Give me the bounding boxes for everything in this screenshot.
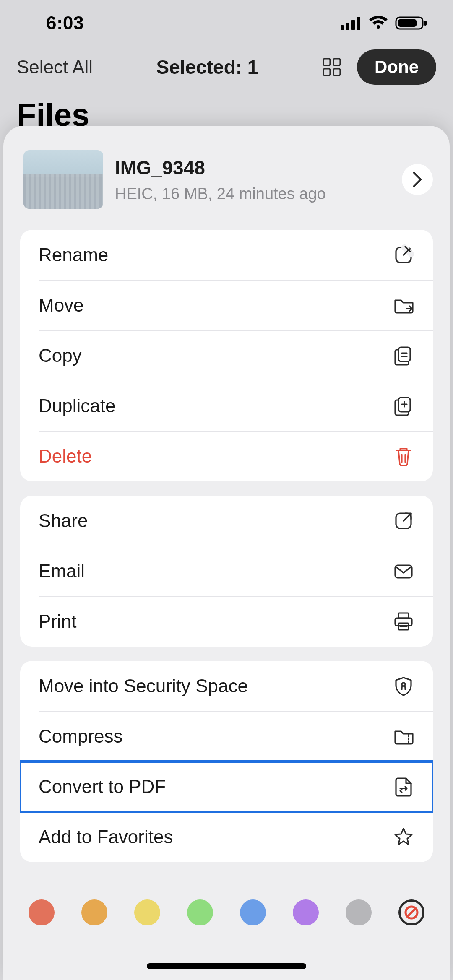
menu-group: ShareEmailPrint <box>20 496 433 647</box>
row-label: Email <box>39 561 85 582</box>
move-row[interactable]: Move <box>20 280 433 330</box>
svg-rect-0 <box>341 25 344 30</box>
disclosure-button[interactable] <box>402 164 433 195</box>
row-label: Move <box>39 295 84 316</box>
file-header[interactable]: IMG_9348 HEIC, 16 MB, 24 minutes ago <box>3 130 450 225</box>
edit-icon <box>393 244 414 266</box>
cellular-icon <box>341 16 362 30</box>
tag-color-2[interactable] <box>134 899 160 925</box>
row-label: Move into Security Space <box>39 676 248 697</box>
share-icon <box>393 510 414 532</box>
row-label: Convert to PDF <box>39 776 166 797</box>
row-label: Share <box>39 510 88 531</box>
tag-none[interactable] <box>398 899 424 925</box>
row-label: Compress <box>39 726 123 747</box>
svg-rect-9 <box>323 69 330 75</box>
menu-group: RenameMoveCopyDuplicateDelete <box>20 230 433 481</box>
home-indicator <box>147 963 306 969</box>
svg-rect-7 <box>323 59 330 65</box>
convert-pdf-row[interactable]: Convert to PDF <box>20 762 433 812</box>
rename-row[interactable]: Rename <box>20 230 433 280</box>
file-name: IMG_9348 <box>115 156 326 179</box>
row-label: Delete <box>39 446 92 467</box>
duplicate-row[interactable]: Duplicate <box>20 381 433 431</box>
trash-icon <box>393 445 414 467</box>
security-row[interactable]: Move into Security Space <box>20 661 433 711</box>
file-meta: HEIC, 16 MB, 24 minutes ago <box>115 185 326 203</box>
copy-icon <box>393 345 414 367</box>
folder-move-icon <box>393 294 414 316</box>
svg-rect-2 <box>351 20 355 30</box>
duplicate-icon <box>393 395 414 417</box>
svg-rect-10 <box>333 69 340 75</box>
tag-color-1[interactable] <box>81 899 107 925</box>
mail-icon <box>393 560 414 582</box>
battery-icon <box>395 16 428 31</box>
wifi-icon <box>368 16 388 30</box>
favorites-row[interactable]: Add to Favorites <box>20 812 433 862</box>
status-bar: 6:03 <box>0 0 453 46</box>
star-icon <box>393 826 414 848</box>
selected-count: Selected: 1 <box>156 56 258 78</box>
status-icons <box>341 16 428 31</box>
row-label: Copy <box>39 345 82 366</box>
grid-toggle-icon[interactable] <box>322 57 342 77</box>
row-label: Add to Favorites <box>39 827 173 847</box>
chevron-right-icon <box>411 171 423 188</box>
zip-icon <box>393 725 414 747</box>
done-button[interactable]: Done <box>357 49 436 85</box>
tag-color-6[interactable] <box>346 899 372 925</box>
tag-color-4[interactable] <box>240 899 266 925</box>
convert-icon <box>393 776 414 798</box>
tag-row <box>3 899 450 925</box>
svg-rect-1 <box>346 23 349 30</box>
email-row[interactable]: Email <box>20 546 433 596</box>
delete-row[interactable]: Delete <box>20 431 433 481</box>
copy-row[interactable]: Copy <box>20 330 433 381</box>
svg-rect-3 <box>357 17 360 30</box>
file-thumbnail <box>23 150 103 209</box>
row-label: Duplicate <box>39 395 115 416</box>
svg-rect-5 <box>398 19 417 27</box>
row-label: Rename <box>39 244 108 265</box>
tag-color-0[interactable] <box>29 899 55 925</box>
row-label: Print <box>39 611 76 632</box>
select-all-button[interactable]: Select All <box>17 57 93 78</box>
menu-group: Move into Security SpaceCompressConvert … <box>20 661 433 862</box>
status-time: 6:03 <box>46 13 84 34</box>
compress-row[interactable]: Compress <box>20 711 433 762</box>
tag-color-5[interactable] <box>293 899 319 925</box>
tag-color-3[interactable] <box>187 899 213 925</box>
shield-icon <box>393 675 414 697</box>
print-row[interactable]: Print <box>20 596 433 647</box>
print-icon <box>393 611 414 632</box>
share-row[interactable]: Share <box>20 496 433 546</box>
action-sheet: IMG_9348 HEIC, 16 MB, 24 minutes ago Ren… <box>3 126 450 980</box>
selection-header: Select All Selected: 1 Done <box>0 46 453 88</box>
svg-rect-8 <box>333 59 340 65</box>
svg-rect-6 <box>424 21 427 26</box>
